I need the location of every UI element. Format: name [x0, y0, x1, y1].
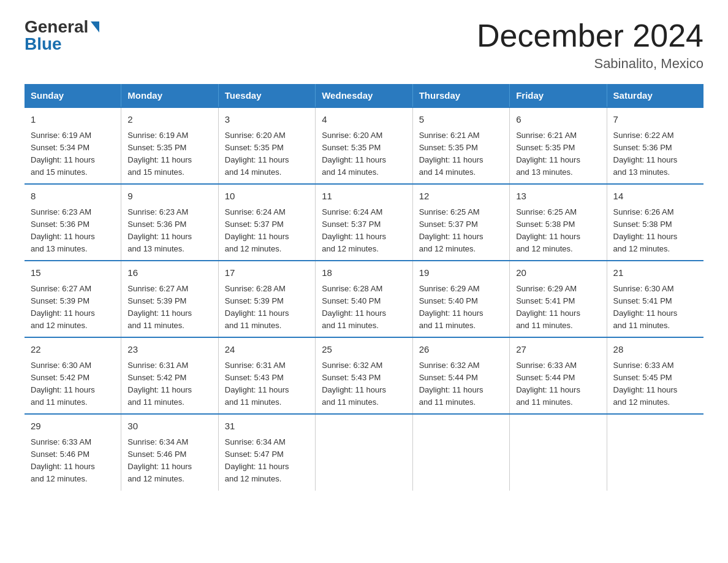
calendar-cell: 10Sunrise: 6:24 AMSunset: 5:37 PMDayligh… — [218, 184, 315, 261]
calendar-cell: 30Sunrise: 6:34 AMSunset: 5:46 PMDayligh… — [121, 414, 218, 490]
calendar-cell: 17Sunrise: 6:28 AMSunset: 5:39 PMDayligh… — [218, 261, 315, 337]
calendar-cell: 21Sunrise: 6:30 AMSunset: 5:41 PMDayligh… — [607, 261, 703, 337]
calendar-title: December 2024 — [477, 18, 703, 53]
day-info: Sunrise: 6:32 AMSunset: 5:44 PMDaylight:… — [419, 359, 503, 409]
calendar-cell: 28Sunrise: 6:33 AMSunset: 5:45 PMDayligh… — [607, 337, 703, 414]
day-number: 7 — [613, 113, 697, 127]
day-info: Sunrise: 6:22 AMSunset: 5:36 PMDaylight:… — [613, 129, 697, 179]
day-number: 17 — [225, 266, 309, 280]
calendar-week-row: 8Sunrise: 6:23 AMSunset: 5:36 PMDaylight… — [25, 184, 703, 261]
day-info: Sunrise: 6:33 AMSunset: 5:46 PMDaylight:… — [31, 436, 115, 486]
calendar-cell: 12Sunrise: 6:25 AMSunset: 5:37 PMDayligh… — [412, 184, 509, 261]
calendar-cell: 3Sunrise: 6:20 AMSunset: 5:35 PMDaylight… — [218, 107, 315, 184]
day-header-wednesday: Wednesday — [316, 84, 412, 107]
calendar-cell: 4Sunrise: 6:20 AMSunset: 5:35 PMDaylight… — [316, 107, 412, 184]
day-number: 11 — [322, 190, 406, 204]
calendar-cell — [510, 414, 607, 490]
day-number: 30 — [127, 419, 211, 434]
title-block: December 2024 Sabinalito, Mexico — [477, 18, 703, 72]
calendar-cell: 2Sunrise: 6:19 AMSunset: 5:35 PMDaylight… — [121, 107, 218, 184]
day-number: 29 — [31, 419, 115, 434]
day-info: Sunrise: 6:19 AMSunset: 5:34 PMDaylight:… — [31, 129, 115, 179]
calendar-table: SundayMondayTuesdayWednesdayThursdayFrid… — [25, 84, 703, 490]
day-info: Sunrise: 6:34 AMSunset: 5:46 PMDaylight:… — [127, 436, 211, 486]
calendar-cell: 24Sunrise: 6:31 AMSunset: 5:43 PMDayligh… — [218, 337, 315, 414]
day-info: Sunrise: 6:25 AMSunset: 5:38 PMDaylight:… — [516, 206, 600, 256]
calendar-cell — [316, 414, 412, 490]
calendar-cell: 9Sunrise: 6:23 AMSunset: 5:36 PMDaylight… — [121, 184, 218, 261]
day-number: 8 — [31, 190, 115, 204]
day-info: Sunrise: 6:19 AMSunset: 5:35 PMDaylight:… — [127, 129, 211, 179]
calendar-cell: 25Sunrise: 6:32 AMSunset: 5:43 PMDayligh… — [316, 337, 412, 414]
day-number: 13 — [516, 190, 600, 204]
day-info: Sunrise: 6:20 AMSunset: 5:35 PMDaylight:… — [225, 129, 309, 179]
day-info: Sunrise: 6:24 AMSunset: 5:37 PMDaylight:… — [322, 206, 406, 256]
calendar-cell: 1Sunrise: 6:19 AMSunset: 5:34 PMDaylight… — [25, 107, 121, 184]
day-number: 27 — [516, 343, 600, 357]
day-number: 22 — [31, 343, 115, 357]
day-info: Sunrise: 6:28 AMSunset: 5:40 PMDaylight:… — [322, 283, 406, 332]
calendar-week-row: 29Sunrise: 6:33 AMSunset: 5:46 PMDayligh… — [25, 414, 703, 490]
day-info: Sunrise: 6:33 AMSunset: 5:44 PMDaylight:… — [516, 359, 600, 409]
calendar-cell: 23Sunrise: 6:31 AMSunset: 5:42 PMDayligh… — [121, 337, 218, 414]
day-info: Sunrise: 6:30 AMSunset: 5:41 PMDaylight:… — [613, 283, 697, 332]
day-info: Sunrise: 6:23 AMSunset: 5:36 PMDaylight:… — [31, 206, 115, 256]
day-header-tuesday: Tuesday — [218, 84, 315, 107]
day-number: 10 — [225, 190, 309, 204]
day-number: 1 — [31, 113, 115, 127]
day-info: Sunrise: 6:29 AMSunset: 5:40 PMDaylight:… — [419, 283, 503, 332]
day-number: 9 — [127, 190, 211, 204]
day-header-thursday: Thursday — [412, 84, 509, 107]
day-info: Sunrise: 6:21 AMSunset: 5:35 PMDaylight:… — [516, 129, 600, 179]
day-info: Sunrise: 6:27 AMSunset: 5:39 PMDaylight:… — [127, 283, 211, 332]
logo: General Blue — [25, 18, 99, 53]
calendar-cell: 22Sunrise: 6:30 AMSunset: 5:42 PMDayligh… — [25, 337, 121, 414]
calendar-cell: 20Sunrise: 6:29 AMSunset: 5:41 PMDayligh… — [510, 261, 607, 337]
day-number: 23 — [127, 343, 211, 357]
day-info: Sunrise: 6:29 AMSunset: 5:41 PMDaylight:… — [516, 283, 600, 332]
day-number: 5 — [419, 113, 503, 127]
day-number: 16 — [127, 266, 211, 280]
day-header-sunday: Sunday — [25, 84, 121, 107]
day-number: 21 — [613, 266, 697, 280]
day-number: 28 — [613, 343, 697, 357]
day-header-saturday: Saturday — [607, 84, 703, 107]
logo-general-text: General — [25, 18, 88, 36]
calendar-cell: 7Sunrise: 6:22 AMSunset: 5:36 PMDaylight… — [607, 107, 703, 184]
calendar-cell — [412, 414, 509, 490]
calendar-cell: 15Sunrise: 6:27 AMSunset: 5:39 PMDayligh… — [25, 261, 121, 337]
day-info: Sunrise: 6:28 AMSunset: 5:39 PMDaylight:… — [225, 283, 309, 332]
calendar-cell: 31Sunrise: 6:34 AMSunset: 5:47 PMDayligh… — [218, 414, 315, 490]
logo-arrow-icon — [91, 21, 99, 33]
day-info: Sunrise: 6:24 AMSunset: 5:37 PMDaylight:… — [225, 206, 309, 256]
calendar-cell: 16Sunrise: 6:27 AMSunset: 5:39 PMDayligh… — [121, 261, 218, 337]
calendar-week-row: 1Sunrise: 6:19 AMSunset: 5:34 PMDaylight… — [25, 107, 703, 184]
day-number: 2 — [127, 113, 211, 127]
page-header: General Blue December 2024 Sabinalito, M… — [25, 18, 703, 72]
calendar-header-row: SundayMondayTuesdayWednesdayThursdayFrid… — [25, 84, 703, 107]
day-number: 19 — [419, 266, 503, 280]
calendar-cell: 27Sunrise: 6:33 AMSunset: 5:44 PMDayligh… — [510, 337, 607, 414]
calendar-cell: 18Sunrise: 6:28 AMSunset: 5:40 PMDayligh… — [316, 261, 412, 337]
day-number: 14 — [613, 190, 697, 204]
day-header-friday: Friday — [510, 84, 607, 107]
calendar-cell: 19Sunrise: 6:29 AMSunset: 5:40 PMDayligh… — [412, 261, 509, 337]
calendar-cell: 14Sunrise: 6:26 AMSunset: 5:38 PMDayligh… — [607, 184, 703, 261]
day-info: Sunrise: 6:32 AMSunset: 5:43 PMDaylight:… — [322, 359, 406, 409]
day-info: Sunrise: 6:34 AMSunset: 5:47 PMDaylight:… — [225, 436, 309, 486]
calendar-cell: 8Sunrise: 6:23 AMSunset: 5:36 PMDaylight… — [25, 184, 121, 261]
day-info: Sunrise: 6:31 AMSunset: 5:43 PMDaylight:… — [225, 359, 309, 409]
calendar-cell: 5Sunrise: 6:21 AMSunset: 5:35 PMDaylight… — [412, 107, 509, 184]
calendar-subtitle: Sabinalito, Mexico — [477, 56, 703, 72]
calendar-cell: 6Sunrise: 6:21 AMSunset: 5:35 PMDaylight… — [510, 107, 607, 184]
day-info: Sunrise: 6:26 AMSunset: 5:38 PMDaylight:… — [613, 206, 697, 256]
calendar-cell: 29Sunrise: 6:33 AMSunset: 5:46 PMDayligh… — [25, 414, 121, 490]
day-info: Sunrise: 6:23 AMSunset: 5:36 PMDaylight:… — [127, 206, 211, 256]
day-number: 25 — [322, 343, 406, 357]
day-number: 4 — [322, 113, 406, 127]
day-header-monday: Monday — [121, 84, 218, 107]
day-info: Sunrise: 6:31 AMSunset: 5:42 PMDaylight:… — [127, 359, 211, 409]
day-number: 15 — [31, 266, 115, 280]
calendar-week-row: 15Sunrise: 6:27 AMSunset: 5:39 PMDayligh… — [25, 261, 703, 337]
day-number: 6 — [516, 113, 600, 127]
